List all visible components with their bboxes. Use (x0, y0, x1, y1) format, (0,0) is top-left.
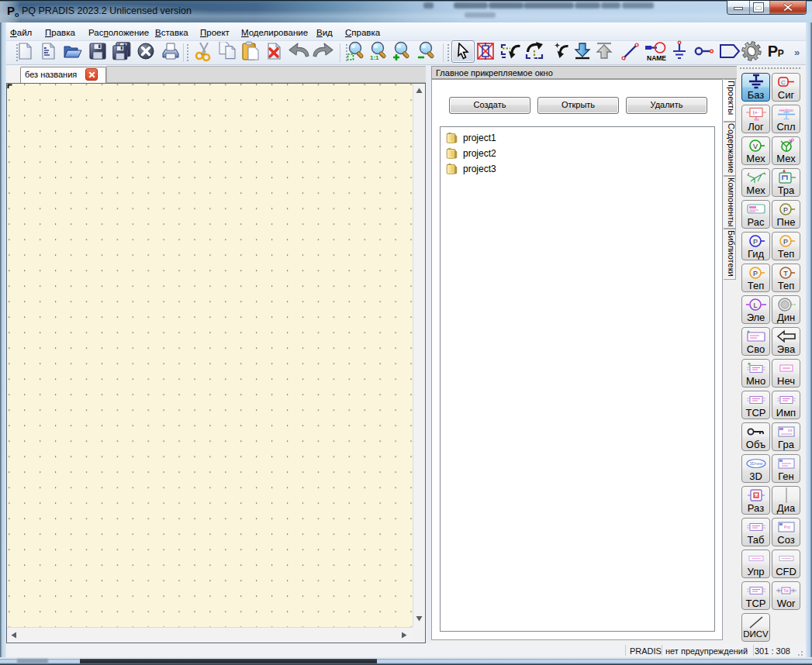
svg-text:V: V (752, 143, 757, 150)
svg-text:Prd: Prd (784, 525, 790, 529)
svg-text:P: P (752, 238, 757, 246)
svg-text:L: L (753, 301, 757, 309)
svg-text:Tsk: Tsk (783, 589, 790, 593)
svg-text:P: P (783, 238, 787, 246)
svg-text:C: C (781, 79, 786, 86)
svg-text:P: P (783, 206, 787, 214)
svg-text:нефро: нефро (779, 108, 793, 112)
svg-text:1:1: 1:1 (370, 54, 379, 61)
svg-text:Kd: Kd (754, 494, 758, 498)
svg-text:3Dnew: 3Dnew (749, 461, 762, 466)
svg-text:txt: txt (788, 428, 793, 432)
svg-text:P: P (752, 270, 757, 277)
svg-text:T: T (783, 270, 788, 277)
svg-text:t+·: t+· (752, 110, 758, 115)
svg-text:NAME: NAME (647, 54, 666, 62)
